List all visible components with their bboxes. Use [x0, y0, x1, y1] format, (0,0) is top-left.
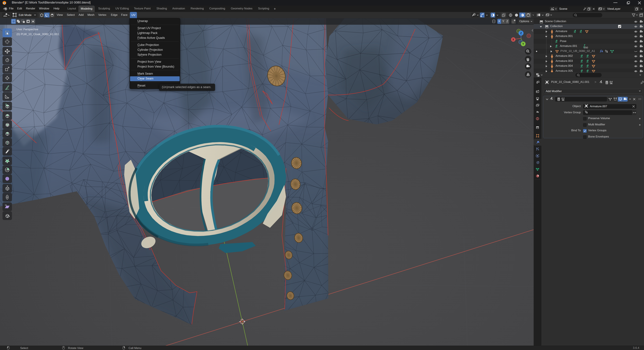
svg-text:Y: Y [522, 42, 524, 45]
svg-text:Z: Z [520, 32, 522, 35]
svg-text:X: X [512, 38, 514, 41]
